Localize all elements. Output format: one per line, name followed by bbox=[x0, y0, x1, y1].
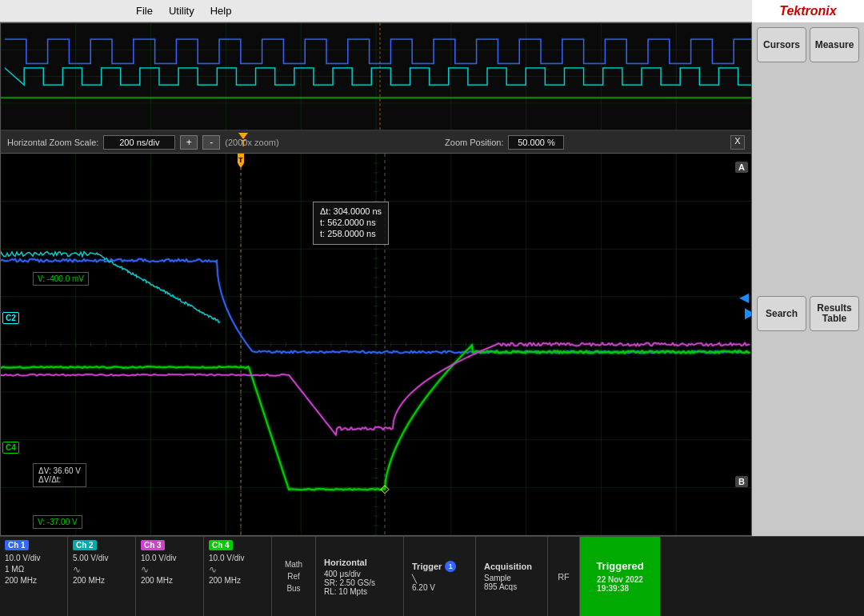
ch2-info: Ch 2 5.00 V/div ∿ 200 MHz bbox=[68, 537, 136, 616]
menu-bar: File Utility Help Tektronix bbox=[0, 0, 864, 22]
main-waveform-area: C2 C4 A B ◀ Δt: 304.0000 ns t: 562.0000 … bbox=[1, 154, 751, 535]
measurement-tooltip: Δt: 304.0000 ns t: 562.0000 ns t: 258.00… bbox=[313, 202, 389, 245]
horizontal-info: Horizontal 400 μs/div SR: 2.50 GS/s RL: … bbox=[316, 537, 404, 616]
tektronix-logo: Tektronix bbox=[752, 0, 864, 22]
zoom-level-text: (2000x zoom) bbox=[225, 138, 278, 147]
overview-area bbox=[1, 23, 751, 131]
overview-waveform-canvas bbox=[1, 23, 751, 130]
zoom-close-button[interactable]: X bbox=[730, 135, 745, 150]
cursors-button[interactable]: Cursors bbox=[757, 27, 806, 62]
ref-label: Ref bbox=[287, 570, 300, 582]
right-panel: Cursors Measure Search ResultsTable bbox=[752, 22, 864, 566]
ch4-scale: 10.0 V/div bbox=[209, 553, 266, 564]
zoom-position-input[interactable] bbox=[508, 135, 564, 150]
ch2-label: Ch 2 bbox=[73, 540, 97, 550]
horizontal-timebase: 400 μs/div bbox=[324, 570, 395, 578]
zoom-scale-input[interactable] bbox=[103, 135, 175, 150]
ch3-info: Ch 3 10.0 V/div ∿ 200 MHz bbox=[136, 537, 204, 616]
ch4-channel-label: C4 bbox=[2, 442, 19, 454]
triggered-status: Triggered 22 Nov 2022 19:39:38 bbox=[580, 537, 660, 616]
zoom-trigger-marker: T bbox=[238, 133, 248, 148]
voltage-label-1: V: -400.0 mV bbox=[33, 272, 89, 286]
ch4-coupling-icon: ∿ bbox=[209, 564, 266, 575]
trigger-channel-badge: 1 bbox=[445, 561, 456, 572]
voltage-label-2: V: -37.00 V bbox=[33, 515, 82, 529]
zoom-plus-button[interactable]: + bbox=[180, 135, 198, 150]
horizontal-rl: RL: 10 Mpts bbox=[324, 587, 395, 596]
delta-vdt-value: ΔV/Δt: bbox=[38, 475, 81, 484]
bus-label: Bus bbox=[286, 582, 300, 594]
zoom-scale-label: Horizontal Zoom Scale: bbox=[7, 138, 98, 147]
menu-utility[interactable]: Utility bbox=[169, 5, 194, 17]
ch1-impedance: 1 MΩ bbox=[5, 564, 62, 575]
ch3-scale: 10.0 V/div bbox=[141, 553, 198, 564]
trigger-level: 6.20 V bbox=[412, 583, 467, 592]
zoom-position-label: Zoom Position: bbox=[445, 138, 503, 147]
rf-button[interactable]: RF bbox=[548, 537, 580, 616]
acquisition-mode: Sample bbox=[484, 574, 539, 582]
ch1-bw: 200 MHz bbox=[5, 575, 62, 586]
math-label: Math bbox=[285, 558, 302, 570]
ch2-bw: 200 MHz bbox=[73, 575, 130, 586]
ch2-scale: 5.00 V/div bbox=[73, 553, 130, 564]
ch4-label: Ch 4 bbox=[209, 540, 233, 550]
ch3-label: Ch 3 bbox=[141, 540, 165, 550]
triggered-date: 22 Nov 2022 19:39:38 bbox=[597, 575, 643, 593]
acquisition-count: 895 Acqs bbox=[484, 582, 539, 591]
oscilloscope-display: Horizontal Zoom Scale: + - (2000x zoom) … bbox=[0, 22, 752, 536]
math-ref-bus-button[interactable]: Math Ref Bus bbox=[272, 537, 316, 616]
ch1-info: Ch 1 10.0 V/div 1 MΩ 200 MHz bbox=[0, 537, 68, 616]
horizontal-sr: SR: 2.50 GS/s bbox=[324, 578, 395, 587]
trigger-type: ╲ bbox=[412, 574, 467, 583]
trigger-info: Trigger 1 ╲ 6.20 V bbox=[404, 537, 476, 616]
ch2-coupling-icon: ∿ bbox=[73, 564, 130, 575]
delta-t-measurement: Δt: 304.0000 ns bbox=[320, 206, 382, 216]
delta-v-label: ΔV: 36.60 V ΔV/Δt: bbox=[33, 463, 86, 487]
ch4-info: Ch 4 10.0 V/div ∿ 200 MHz bbox=[204, 537, 272, 616]
delta-v-value: ΔV: 36.60 V bbox=[38, 466, 81, 475]
menu-file[interactable]: File bbox=[136, 5, 153, 17]
zoom-bar: Horizontal Zoom Scale: + - (2000x zoom) … bbox=[1, 131, 751, 154]
ch1-label: Ch 1 bbox=[5, 540, 29, 550]
ch4-bw: 200 MHz bbox=[209, 575, 266, 586]
search-button[interactable]: Search bbox=[757, 296, 806, 331]
a-marker: A bbox=[735, 162, 748, 173]
acquisition-info: Acquisition Sample 895 Acqs bbox=[476, 537, 548, 616]
ch3-coupling-icon: ∿ bbox=[141, 564, 198, 575]
acquisition-title: Acquisition bbox=[484, 562, 539, 571]
horizontal-title: Horizontal bbox=[324, 558, 395, 567]
b-marker: B bbox=[735, 476, 748, 487]
t2-measurement: t: 258.0000 ns bbox=[320, 229, 382, 238]
ch3-bw: 200 MHz bbox=[141, 575, 198, 586]
right-arrow-marker: ◀ bbox=[739, 290, 749, 305]
ch2-channel-label: C2 bbox=[2, 312, 19, 324]
zoom-minus-button[interactable]: - bbox=[202, 135, 220, 150]
t1-measurement: t: 562.0000 ns bbox=[320, 218, 382, 227]
status-bar: Ch 1 10.0 V/div 1 MΩ 200 MHz Ch 2 5.00 V… bbox=[0, 536, 864, 616]
triggered-text: Triggered bbox=[596, 560, 643, 572]
measure-button[interactable]: Measure bbox=[810, 27, 859, 62]
trigger-title: Trigger 1 bbox=[412, 561, 467, 572]
ch1-scale: 10.0 V/div bbox=[5, 553, 62, 564]
results-table-button[interactable]: ResultsTable bbox=[810, 296, 859, 331]
menu-help[interactable]: Help bbox=[210, 5, 232, 17]
